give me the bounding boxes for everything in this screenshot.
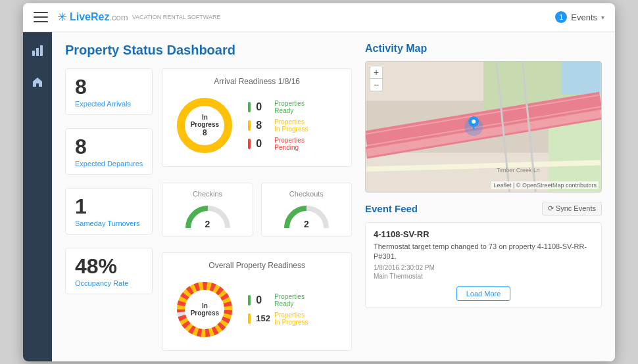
events-label: Events: [571, 12, 597, 22]
occupancy-rate-number: 48%: [75, 255, 143, 278]
checkouts-value: 2: [304, 219, 309, 229]
right-panel: Activity Map: [365, 43, 602, 351]
svg-rect-12: [562, 62, 601, 95]
overall-ready-label: PropertiesReady: [274, 293, 305, 307]
event-property-id: 4-1108-SV-RR: [374, 229, 593, 239]
checkins-title: Checkins: [169, 190, 245, 198]
sidebar-item-home[interactable]: [27, 72, 48, 93]
topbar-right: 1 Events ▾: [555, 11, 604, 23]
events-badge: 1: [555, 11, 567, 23]
arrival-legend: 0 PropertiesReady 8 PropertiesIn Progres…: [248, 100, 342, 151]
event-description: Thermostat target temp changed to 73 on …: [374, 242, 593, 262]
sidebar: [23, 32, 52, 361]
legend-ready-count: 0: [256, 101, 269, 113]
overall-legend-progress: 152 PropertiesIn Progress: [248, 311, 342, 326]
occupancy-rate-label: Occupancy Rate: [75, 279, 143, 287]
arrival-donut-chart: In Progress 8: [172, 93, 237, 158]
logo-subtitle: VACATION RENTAL SOFTWARE: [132, 14, 221, 20]
legend-item-ready: 0 PropertiesReady: [248, 100, 342, 114]
legend-pending-label: PropertiesPending: [274, 137, 305, 151]
arrival-donut-label: In Progress: [188, 114, 221, 128]
checkouts-title: Checkouts: [268, 190, 345, 198]
occupancy-rate-card: 48% Occupancy Rate: [65, 248, 153, 294]
activity-map: Timber Creek Ln + −: [365, 61, 602, 193]
svg-text:Timber Creek Ln: Timber Creek Ln: [497, 167, 540, 173]
svg-rect-2: [40, 45, 43, 56]
topbar: ✳ LiveRez.com VACATION RENTAL SOFTWARE 1…: [23, 3, 615, 32]
stats-column: 8 Expected Arrivals 8 Expected Departure…: [65, 68, 153, 351]
load-more-button[interactable]: Load More: [456, 286, 511, 301]
page-title: Property Status Dashboard: [65, 43, 352, 58]
overall-donut-label: In Progress: [188, 302, 221, 317]
expected-arrivals-number: 8: [75, 76, 143, 99]
checkins-chart: 2: [185, 203, 231, 229]
arrival-readiness-title: Arrival Readiness 1/8/16: [172, 77, 342, 86]
event-time: 1/8/2016 2:30:02 PM: [374, 264, 593, 271]
overall-legend: 0 PropertiesReady 152 PropertiesIn Progr…: [248, 293, 342, 326]
activity-map-title: Activity Map: [365, 43, 602, 55]
logo-star-icon: ✳: [57, 10, 67, 24]
hamburger-menu[interactable]: [34, 12, 48, 22]
map-zoom-controls: + −: [370, 66, 383, 91]
legend-item-in-progress: 8 PropertiesIn Progress: [248, 118, 342, 133]
sync-events-button[interactable]: ⟳ Sync Events: [542, 202, 602, 216]
checkin-checkouts-row: Checkins 2: [162, 183, 352, 237]
map-attribution: Leaflet | © OpenStreetMap contributors: [491, 181, 599, 189]
expected-departures-number: 8: [75, 135, 143, 158]
overall-legend-ready: 0 PropertiesReady: [248, 293, 342, 307]
overall-ready-count: 0: [256, 294, 269, 306]
overall-readiness-title: Overall Property Readiness: [172, 261, 342, 270]
checkouts-card: Checkouts 2: [261, 183, 352, 237]
overall-readiness-card: Overall Property Readiness: [162, 252, 352, 351]
arrival-donut-num: 8: [188, 128, 221, 137]
svg-rect-1: [36, 48, 39, 56]
expected-arrivals-card: 8 Expected Arrivals: [65, 68, 153, 115]
logo: ✳ LiveRez.com VACATION RENTAL SOFTWARE: [57, 10, 220, 24]
checkouts-chart: 2: [283, 203, 330, 229]
sameday-turnovers-label: Sameday Turnovers: [75, 219, 143, 227]
sameday-turnovers-card: 1 Sameday Turnovers: [65, 188, 153, 235]
legend-progress-label: PropertiesIn Progress: [274, 118, 308, 133]
overall-progress-label: PropertiesIn Progress: [274, 311, 308, 326]
checkins-value: 2: [205, 219, 210, 229]
legend-ready-label: PropertiesReady: [274, 100, 305, 114]
legend-pending-count: 0: [256, 138, 269, 150]
expected-arrivals-label: Expected Arrivals: [75, 100, 143, 108]
main-content: Property Status Dashboard 8 Expected Arr…: [52, 32, 615, 361]
event-location: Main Thermostat: [374, 273, 593, 280]
event-feed-title: Event Feed: [365, 203, 418, 214]
event-item: 4-1108-SV-RR Thermostat target temp chan…: [365, 222, 602, 309]
expected-departures-card: 8 Expected Departures: [65, 128, 153, 175]
event-feed-header: Event Feed ⟳ Sync Events: [365, 202, 602, 216]
arrival-readiness-card: Arrival Readiness 1/8/16: [162, 68, 352, 167]
svg-rect-0: [32, 51, 35, 56]
legend-progress-count: 8: [256, 120, 269, 131]
expected-departures-label: Expected Departures: [75, 160, 143, 168]
legend-item-pending: 0 PropertiesPending: [248, 137, 342, 151]
chevron-down-icon[interactable]: ▾: [601, 14, 604, 21]
zoom-in-button[interactable]: +: [370, 66, 382, 79]
svg-point-24: [472, 120, 476, 124]
logo-text: LiveRez.com: [70, 11, 128, 23]
checkins-card: Checkins 2: [162, 183, 253, 237]
overall-donut-chart: In Progress: [172, 277, 237, 342]
left-panel: Property Status Dashboard 8 Expected Arr…: [65, 43, 352, 351]
sameday-turnovers-number: 1: [75, 195, 143, 218]
sidebar-item-charts[interactable]: [27, 40, 48, 61]
zoom-out-button[interactable]: −: [370, 79, 382, 91]
overall-progress-count: 152: [256, 313, 269, 323]
